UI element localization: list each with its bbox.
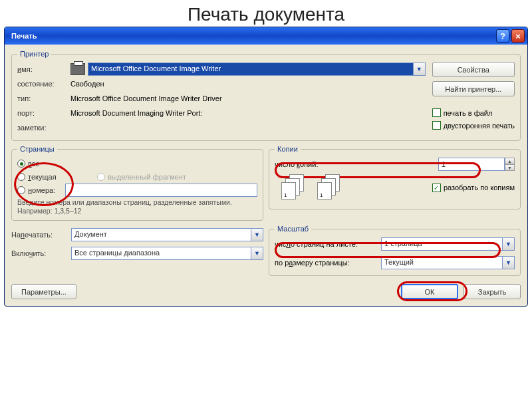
printer-name-select[interactable]: Microsoft Office Document Image Writer xyxy=(88,63,414,76)
fit-label: по размеру страницы: xyxy=(275,259,381,267)
include-select[interactable]: Все страницы диапазона ▼ xyxy=(71,247,263,260)
copies-count-input[interactable] xyxy=(438,158,505,171)
collate-checkbox[interactable]: ✓ разобрать по копиям xyxy=(432,184,515,192)
properties-button[interactable]: Свойства xyxy=(432,62,515,77)
find-printer-button[interactable]: Найти принтер... xyxy=(432,81,515,96)
slide-title: Печать документа xyxy=(0,0,532,27)
chevron-down-icon[interactable]: ▼ xyxy=(503,237,515,251)
spin-up-icon[interactable]: ▲ xyxy=(505,158,515,164)
radio-icon xyxy=(97,173,105,181)
titlebar: Печать ? × xyxy=(5,27,527,45)
pages-group: Страницы все текущая выделенный фрагмент… xyxy=(11,145,263,221)
options-button[interactable]: Параметры... xyxy=(11,284,76,299)
print-dialog: Печать ? × Принтер имя: Microsoft Office… xyxy=(4,27,528,307)
close-icon[interactable]: × xyxy=(511,29,525,43)
radio-selection: выделенный фрагмент xyxy=(97,170,186,184)
checkbox-icon xyxy=(432,121,441,130)
printer-port-value: Microsoft Document Imaging Writer Port: xyxy=(70,109,202,117)
radio-icon xyxy=(17,186,25,194)
scale-group: Масштаб число страниц на листе: 1 страни… xyxy=(269,225,521,276)
dialog-title: Печать xyxy=(11,32,37,40)
printer-type-value: Microsoft Office Document Image Writer D… xyxy=(70,94,222,102)
printer-type-label: тип: xyxy=(17,94,70,102)
collate-illustration: 321 321 xyxy=(281,174,341,201)
printer-notes-label: заметки: xyxy=(17,124,70,132)
copies-count-label: число копий: xyxy=(275,160,438,168)
include-label: Включить: xyxy=(11,249,71,257)
print-to-file-checkbox[interactable]: печать в файл xyxy=(432,108,515,117)
help-button[interactable]: ? xyxy=(496,29,509,43)
printer-port-label: порт: xyxy=(17,109,70,117)
close-button[interactable]: Закрыть xyxy=(464,284,521,299)
copies-group: Копии число копий: ▲ ▼ xyxy=(269,145,521,209)
radio-icon xyxy=(17,160,25,168)
radio-icon xyxy=(17,173,25,181)
per-sheet-select[interactable]: 1 страница ▼ xyxy=(381,237,515,251)
chevron-down-icon[interactable]: ▼ xyxy=(251,247,263,260)
scale-legend: Масштаб xyxy=(275,225,311,233)
print-what-select[interactable]: Документ ▼ xyxy=(71,228,263,241)
checkbox-icon xyxy=(432,108,441,117)
printer-legend: Принтер xyxy=(17,50,51,58)
printer-icon xyxy=(70,63,85,75)
duplex-checkbox[interactable]: двусторонняя печать xyxy=(432,121,515,130)
page-numbers-input[interactable] xyxy=(65,184,257,197)
chevron-down-icon[interactable]: ▼ xyxy=(503,256,515,269)
chevron-down-icon[interactable]: ▼ xyxy=(414,63,426,76)
print-what-label: Напечатать: xyxy=(11,231,71,239)
copies-legend: Копии xyxy=(275,145,301,153)
printer-group: Принтер имя: Microsoft Office Document I… xyxy=(11,50,521,141)
radio-numbers[interactable]: номера: xyxy=(17,184,257,197)
fit-select[interactable]: Текущий ▼ xyxy=(381,256,515,269)
spin-down-icon[interactable]: ▼ xyxy=(505,164,515,171)
printer-state-label: состояние: xyxy=(17,80,70,88)
printer-state-value: Свободен xyxy=(70,80,104,88)
printer-name-label: имя: xyxy=(17,65,70,73)
chevron-down-icon[interactable]: ▼ xyxy=(251,228,263,241)
radio-current[interactable]: текущая xyxy=(17,170,97,184)
checkbox-icon: ✓ xyxy=(432,184,441,192)
radio-all[interactable]: все xyxy=(17,157,257,170)
pages-hint: Введите номера или диапазоны страниц, ра… xyxy=(17,198,257,215)
per-sheet-label: число страниц на листе: xyxy=(275,240,381,248)
pages-legend: Страницы xyxy=(17,145,57,153)
ok-button[interactable]: ОК xyxy=(401,284,458,299)
